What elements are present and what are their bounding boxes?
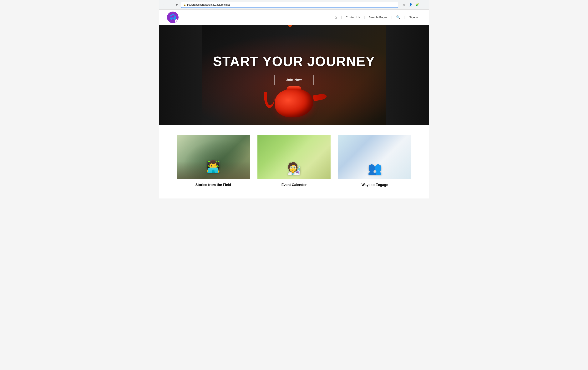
bookmark-button[interactable]: ☆ [401,2,407,8]
card-stories: Stories from the Field [177,135,250,187]
contact-us-link[interactable]: Contact Us [343,16,363,19]
teapot-graphic [275,88,313,118]
globe-icon: 🌐 [169,14,176,20]
lock-icon: 🔒 [183,3,186,6]
card-image-event[interactable] [257,135,331,179]
card-label-engage: Ways to Engage [362,183,388,187]
signin-link[interactable]: Sign in [406,16,421,19]
browser-chrome: ← → ↻ 🔒 powerappsportalsetup.z01.azurefd… [159,0,429,10]
logo-badge-icon: ↓ [175,19,178,23]
machine-right [386,25,429,125]
card-label-stories: Stories from the Field [195,183,231,187]
profile-button[interactable]: 👤 [408,2,413,8]
home-icon[interactable]: ⌂ [332,15,340,20]
card-label-event: Event Calender [281,183,306,187]
card-image-stories[interactable] [177,135,250,179]
back-button[interactable]: ← [162,2,167,8]
hero-content: START YOUR JOURNEY Join Now [213,54,375,85]
nav-separator-1: | [340,15,343,20]
forward-button[interactable]: → [168,2,173,8]
nav-separator-3: | [391,15,393,20]
extensions-button[interactable]: 🧩 [414,2,420,8]
menu-button[interactable]: ⋮ [421,2,426,8]
teapot-lid [287,86,301,89]
address-bar[interactable]: 🔒 powerappsportalsetup.z01.azurefd.net [181,2,398,8]
website-container: 🌐 ↓ ⌂ | Contact Us | Sample Pages | 🔍 | … [159,10,429,198]
url-text: powerappsportalsetup.z01.azurefd.net [187,3,396,6]
browser-nav-buttons: ← → ↻ [162,2,179,8]
hero-section: START YOUR JOURNEY Join Now [159,25,429,125]
nav-separator-2: | [363,15,366,20]
nav-links: ⌂ | Contact Us | Sample Pages | 🔍 | Sign… [332,15,421,20]
card-event: Event Calender [257,135,331,187]
card-image-engage[interactable] [338,135,411,179]
browser-actions: ☆ 👤 🧩 ⋮ [401,2,426,8]
reload-button[interactable]: ↻ [174,2,179,8]
sample-pages-link[interactable]: Sample Pages [366,16,391,19]
card-engage: Ways to Engage [338,135,411,187]
logo-wrapper[interactable]: 🌐 ↓ [167,11,178,23]
teapot-body [275,88,313,118]
join-now-button[interactable]: Join Now [274,75,314,85]
navbar: 🌐 ↓ ⌂ | Contact Us | Sample Pages | 🔍 | … [159,10,429,25]
cards-section: Stories from the Field Event Calender Wa… [159,125,429,198]
logo-circle: 🌐 ↓ [167,11,178,23]
hero-title: START YOUR JOURNEY [213,54,375,69]
machine-left [159,25,202,125]
search-icon[interactable]: 🔍 [393,15,403,20]
nav-separator-4: | [403,15,406,20]
